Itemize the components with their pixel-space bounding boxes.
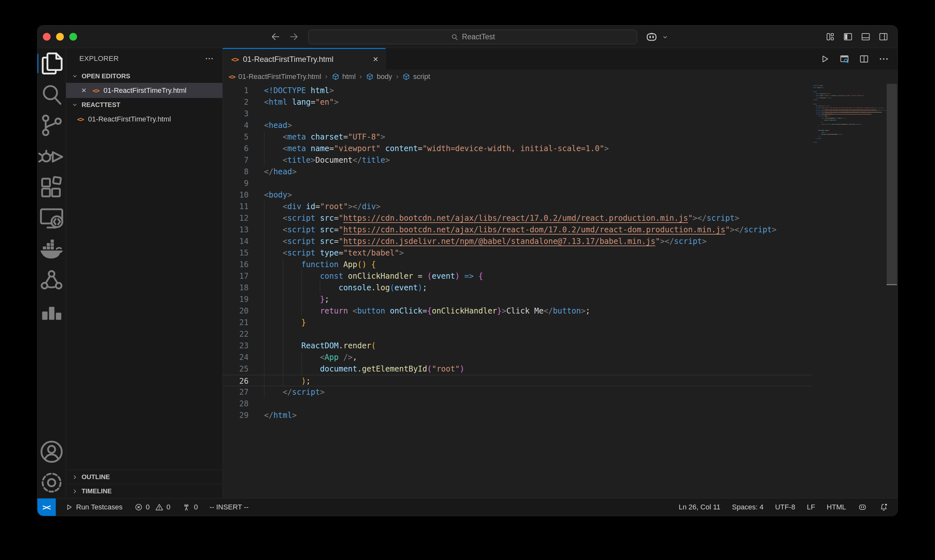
line-number: 20	[223, 305, 249, 317]
notifications-button[interactable]	[879, 502, 889, 512]
open-editor-item[interactable]: × <> 01-ReactFirstTimeTry.html	[66, 83, 222, 98]
code-line-14[interactable]: 14 <script src="https://cdn.jsdelivr.net…	[223, 235, 812, 247]
code-line-19[interactable]: 19 };	[223, 294, 812, 305]
code-line-3[interactable]: 3	[223, 108, 812, 120]
line-content: <div id="root"></div>	[264, 201, 380, 212]
code-line-26[interactable]: 26 );	[223, 375, 812, 386]
code-line-29[interactable]: 29</html>	[223, 409, 812, 421]
run-file-icon[interactable]	[819, 54, 830, 65]
code-line-11[interactable]: 11 <div id="root"></div>	[223, 201, 812, 212]
more-actions-icon[interactable]	[205, 54, 214, 63]
remote-indicator[interactable]: ><	[37, 498, 56, 516]
code-line-27[interactable]: 27 </script>	[223, 386, 812, 398]
cursor-position-button[interactable]: Ln 26, Col 11	[679, 503, 720, 511]
file-tree-item[interactable]: <> 01-ReactFirstTimeTry.html	[66, 111, 222, 127]
copilot-icon	[858, 502, 867, 512]
code-line-18[interactable]: 18 console.log(event);	[223, 282, 812, 294]
code-line-13[interactable]: 13 <script src="https://cdn.bootcdn.net/…	[223, 224, 812, 235]
code-line-21[interactable]: 21 }	[223, 317, 812, 328]
ports-button[interactable]: 0	[182, 503, 198, 512]
chevron-down-icon	[662, 34, 669, 41]
minimap[interactable]: <!DOCTYPE html><html lang="en"><head> <m…	[813, 85, 886, 498]
language-mode-button[interactable]: HTML	[827, 503, 846, 511]
play-icon	[65, 503, 73, 511]
activity-run-debug-button[interactable]	[37, 141, 66, 172]
activity-explorer-button[interactable]	[37, 48, 66, 79]
code-line-9[interactable]: 9	[223, 177, 812, 189]
line-number: 2	[223, 96, 249, 108]
code-line-8[interactable]: 8</head>	[223, 166, 812, 177]
breadcrumb-separator: ›	[358, 72, 363, 81]
code-line-6[interactable]: 6 <meta name="viewport" content="width=d…	[223, 143, 812, 154]
code-line-16[interactable]: 16 function App() {	[223, 259, 812, 270]
code-line-28[interactable]: 28	[223, 398, 812, 409]
workbench: EXPLORER OPEN EDITORS × <> 01-ReactFirst…	[37, 48, 898, 498]
code-line-4[interactable]: 4<head>	[223, 120, 812, 131]
close-tab-icon[interactable]: ×	[373, 55, 378, 64]
timeline-section[interactable]: TIMELINE	[66, 484, 222, 498]
chevron-right-icon	[71, 474, 79, 481]
code-line-25[interactable]: 25 document.getElementById("root")	[223, 363, 812, 375]
run-testcases-button[interactable]: Run Testcases	[65, 503, 123, 511]
command-center-search[interactable]: ReactTest	[308, 30, 637, 44]
warning-count: 0	[166, 503, 170, 511]
activity-live-share-button[interactable]	[37, 265, 66, 295]
activity-search-button[interactable]	[37, 79, 66, 110]
breadcrumb-item-body[interactable]: body	[366, 72, 392, 81]
activity-source-control-button[interactable]	[37, 110, 66, 141]
code-line-24[interactable]: 24 <App />,	[223, 352, 812, 363]
code-line-17[interactable]: 17 const onClickHandler = (event) => {	[223, 270, 812, 282]
outline-section[interactable]: OUTLINE	[66, 470, 222, 484]
encoding-button[interactable]: UTF-8	[775, 503, 795, 511]
close-window-button[interactable]	[43, 33, 51, 41]
code-line-20[interactable]: 20 return <button onClick={onClickHandle…	[223, 305, 812, 317]
split-editor-icon[interactable]	[859, 54, 870, 65]
activity-settings-button[interactable]	[37, 467, 66, 498]
vim-mode-label: -- INSERT --	[209, 503, 249, 511]
code-line-10[interactable]: 10<body>	[223, 189, 812, 201]
activity-chart-button[interactable]	[37, 295, 66, 326]
code-line-15[interactable]: 15 <script type="text/babel">	[223, 247, 812, 259]
customize-layout-icon[interactable]	[825, 32, 835, 42]
breadcrumb-item-01-reactfirsttimetry-html[interactable]: <>01-ReactFirstTimeTry.html	[229, 72, 321, 81]
minimize-window-button[interactable]	[56, 33, 64, 41]
go-forward-icon[interactable]	[288, 31, 299, 42]
code-line-23[interactable]: 23 ReactDOM.render(	[223, 340, 812, 352]
breadcrumb-item-html[interactable]: html	[331, 72, 356, 81]
search-icon	[450, 33, 459, 41]
toggle-panel-icon[interactable]	[861, 32, 871, 42]
line-number: 6	[223, 143, 249, 154]
toggle-primary-sidebar-icon[interactable]	[843, 32, 853, 42]
indentation-button[interactable]: Spaces: 4	[732, 503, 764, 511]
copilot-status-button[interactable]	[858, 502, 867, 512]
go-back-icon[interactable]	[270, 31, 281, 42]
toggle-secondary-sidebar-icon[interactable]	[878, 32, 889, 42]
close-editor-icon[interactable]: ×	[80, 85, 88, 95]
line-content: document.getElementById("root")	[264, 363, 464, 375]
timeline-label: TIMELINE	[82, 488, 112, 495]
scrollbar-slider[interactable]	[887, 84, 897, 285]
code-line-5[interactable]: 5 <meta charset="UTF-8">	[223, 131, 812, 143]
copilot-menu[interactable]	[645, 30, 669, 44]
code-line-2[interactable]: 2<html lang="en">	[223, 96, 812, 108]
workspace-section[interactable]: REACTTEST	[66, 98, 222, 111]
code-line-22[interactable]: 22	[223, 328, 812, 340]
problems-button[interactable]: 0 0	[134, 503, 171, 512]
more-actions-icon[interactable]	[878, 54, 889, 65]
eol-button[interactable]: LF	[807, 503, 815, 511]
activity-account-button[interactable]	[37, 436, 66, 467]
activity-extensions-button[interactable]	[37, 172, 66, 203]
activity-remote-explorer-button[interactable]	[37, 203, 66, 234]
vertical-scrollbar[interactable]	[886, 84, 898, 498]
code-line-12[interactable]: 12 <script src="https://cdn.bootcdn.net/…	[223, 212, 812, 224]
show-preview-icon[interactable]	[839, 54, 850, 65]
code-line-7[interactable]: 7 <title>Document</title>	[223, 154, 812, 166]
activity-docker-button[interactable]	[37, 234, 66, 265]
breadcrumb-item-script[interactable]: script	[402, 72, 430, 81]
code-editor[interactable]: 1<!DOCTYPE html>2<html lang="en">34<head…	[223, 84, 898, 498]
open-editors-section[interactable]: OPEN EDITORS	[66, 69, 222, 83]
code-line-1[interactable]: 1<!DOCTYPE html>	[223, 85, 812, 96]
vim-mode-indicator[interactable]: -- INSERT --	[209, 503, 249, 511]
tab-01-reactfirsttimetry[interactable]: <> 01-ReactFirstTimeTry.html ×	[223, 48, 386, 69]
zoom-window-button[interactable]	[69, 33, 77, 41]
